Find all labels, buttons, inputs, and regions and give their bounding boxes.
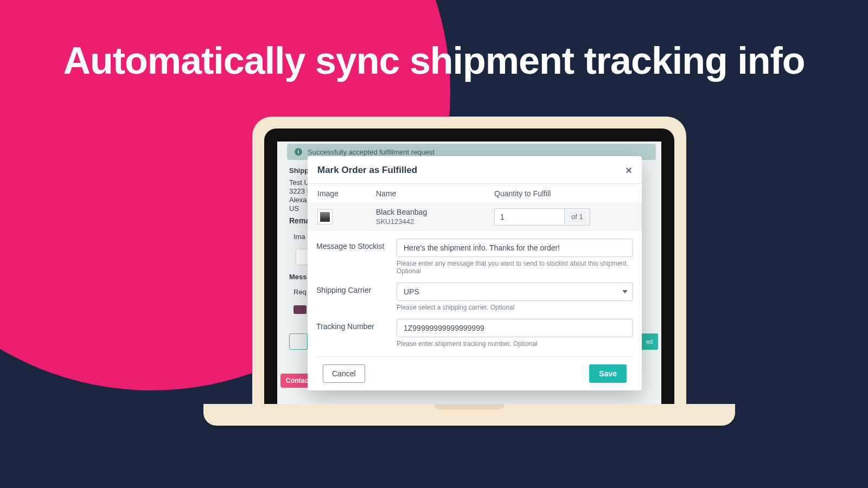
message-help: Please enter any message that you want t…: [397, 260, 633, 275]
banner-text: Successfully accepted fulfillment reques…: [308, 148, 435, 156]
fulfill-modal: Mark Order as Fulfilled × Image Name Qua…: [308, 156, 642, 390]
message-label: Message to Stockist: [316, 239, 397, 275]
bg-ima: Ima: [293, 233, 305, 241]
table-row: Black Beanbag SKU123442 of 1: [308, 202, 642, 231]
modal-header: Mark Order as Fulfilled ×: [308, 156, 642, 183]
carrier-label: Shipping Carrier: [316, 282, 397, 311]
bg-badge: [293, 305, 307, 314]
product-name: Black Beanbag: [376, 208, 494, 216]
table-header: Image Name Quantity to Fulfill: [315, 184, 634, 202]
close-icon[interactable]: ×: [626, 165, 632, 176]
message-row: Message to Stockist Please enter any mes…: [315, 231, 634, 275]
carrier-row: Shipping Carrier UPS Please select a shi…: [315, 275, 634, 311]
message-input[interactable]: [397, 239, 633, 257]
info-icon: i: [295, 148, 302, 156]
quantity-max-label: of 1: [565, 208, 590, 226]
tracking-row: Tracking Number Please enter shipment tr…: [315, 311, 634, 348]
tracking-input[interactable]: [397, 319, 633, 337]
modal-footer: Cancel Save: [315, 356, 634, 390]
bg-outline-button: [289, 333, 308, 350]
quantity-input[interactable]: [494, 208, 565, 226]
screen: i Successfully accepted fulfillment requ…: [277, 142, 661, 420]
headline-text: Automatically sync shipment tracking inf…: [0, 39, 868, 82]
bg-addr2: 3223 I: [289, 187, 309, 195]
cancel-button[interactable]: Cancel: [323, 364, 365, 383]
bg-rema: Rema: [289, 216, 310, 225]
bg-teal-button: ed: [641, 333, 658, 350]
col-name-header: Name: [376, 189, 494, 198]
bg-req: Req: [293, 288, 307, 296]
product-thumbnail: [317, 209, 333, 224]
laptop-base: [203, 404, 735, 426]
bg-mess: Mess: [289, 273, 307, 281]
bg-addr3: Alexa: [289, 196, 307, 204]
carrier-help: Please select a shipping carrier. Option…: [397, 304, 633, 311]
bg-ship-label: Shipp: [289, 166, 309, 175]
laptop-bezel: i Successfully accepted fulfillment requ…: [264, 129, 674, 420]
bg-addr4: US: [289, 204, 299, 213]
tracking-label: Tracking Number: [316, 319, 397, 348]
carrier-select[interactable]: UPS: [397, 282, 633, 301]
bg-addr1: Test U: [289, 178, 309, 187]
modal-title: Mark Order as Fulfilled: [317, 165, 417, 176]
laptop-mockup: i Successfully accepted fulfillment requ…: [252, 117, 686, 420]
marketing-slide: Automatically sync shipment tracking inf…: [0, 0, 868, 488]
save-button[interactable]: Save: [589, 364, 627, 383]
tracking-help: Please enter shipment tracking number. O…: [397, 340, 633, 348]
laptop-notch: [434, 404, 505, 409]
col-qty-header: Quantity to Fulfill: [494, 189, 632, 198]
col-image-header: Image: [317, 189, 376, 198]
product-sku: SKU123442: [376, 217, 494, 226]
modal-body: Image Name Quantity to Fulfill Black Bea…: [308, 183, 642, 390]
